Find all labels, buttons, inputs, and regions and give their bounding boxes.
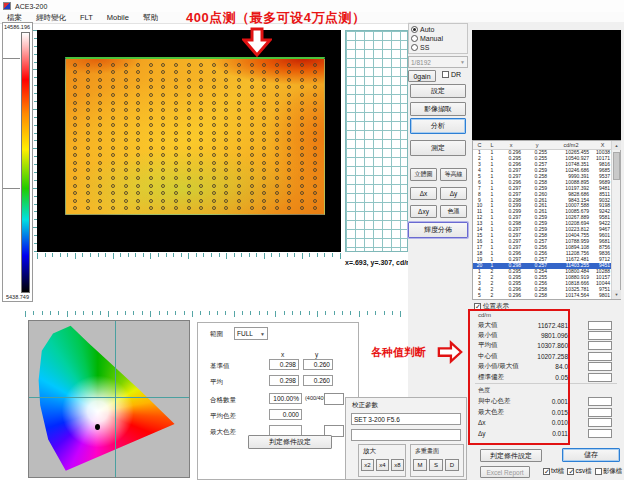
measurement-point xyxy=(161,206,165,210)
measurement-point xyxy=(262,116,266,120)
multi-screen-d-button[interactable]: D xyxy=(445,459,459,471)
menu-item-幫助[interactable]: 幫助 xyxy=(136,13,165,23)
measurement-point xyxy=(287,146,291,150)
tick xyxy=(60,253,61,257)
zero-gain-button[interactable]: 0gain xyxy=(408,70,436,82)
measurement-point xyxy=(212,161,216,165)
judge-condition-button-2[interactable]: 判定條件設定 xyxy=(480,449,542,462)
zoom-x2-button[interactable]: x2 xyxy=(361,459,374,471)
reference-x-field[interactable]: 0.298 xyxy=(269,359,299,370)
mode-radio-manual[interactable]: Manual xyxy=(411,35,465,42)
table-row[interactable]: 520.2960.25810174.5649801 xyxy=(473,293,612,299)
measurement-point xyxy=(287,93,291,97)
checkbox-label: txt檔 xyxy=(551,467,564,476)
shutter-select[interactable]: 1/8192 ▼ xyxy=(408,56,468,68)
contour-button[interactable]: 等高線 xyxy=(440,168,467,181)
settings-button[interactable]: 設定 xyxy=(410,84,466,98)
column-header-L[interactable]: L xyxy=(486,142,498,148)
checkbox-影像檔[interactable]: 影像檔 xyxy=(595,467,623,476)
measurement-point xyxy=(86,146,90,150)
excel-report-button[interactable]: Excel Report xyxy=(480,466,530,478)
measurement-point xyxy=(262,123,266,127)
zoom-x8-button[interactable]: x8 xyxy=(391,459,404,471)
tick xyxy=(271,253,272,257)
column-header-X[interactable]: X xyxy=(592,142,613,148)
measurement-point xyxy=(187,176,191,180)
measurement-point xyxy=(287,116,291,120)
measure-button[interactable]: 測定 xyxy=(410,140,466,156)
measurement-point xyxy=(237,146,241,150)
measurement-point xyxy=(262,206,266,210)
mode-radio-ss[interactable]: SS xyxy=(411,44,465,51)
multi-screen-m-button[interactable]: M xyxy=(413,459,427,471)
reference-label: 基準值 xyxy=(210,362,230,371)
menu-item-Mobile[interactable]: Mobile xyxy=(100,13,136,22)
menu-item-FLT[interactable]: FLT xyxy=(73,13,100,22)
average-y-field[interactable]: 0.260 xyxy=(303,375,333,386)
measurement-point xyxy=(111,123,115,127)
position-display-checkbox[interactable]: 位置表示 xyxy=(474,302,509,311)
color-temp-button[interactable]: 色溫 xyxy=(440,205,467,218)
measurement-point xyxy=(250,123,254,127)
image-capture-button[interactable]: 影像擷取 xyxy=(410,102,466,116)
measurement-point xyxy=(313,131,317,135)
average-x-field[interactable]: 0.298 xyxy=(269,375,299,386)
dr-checkbox[interactable]: DR xyxy=(442,71,461,78)
column-header-y[interactable]: y xyxy=(524,142,550,148)
judge-box xyxy=(588,373,612,382)
measurement-point xyxy=(161,138,165,142)
measurement-point xyxy=(149,168,153,172)
calibration-value-field[interactable]: SET 3-200 F5.6 xyxy=(351,413,461,425)
measurement-point xyxy=(174,116,178,120)
checkbox-csv檔[interactable]: csv檔 xyxy=(567,467,591,476)
delta-xy-button[interactable]: Δxy xyxy=(410,205,437,218)
measurement-point xyxy=(275,123,279,127)
measurement-image-area[interactable] xyxy=(37,30,341,252)
3d-view-button[interactable]: 立體圖 xyxy=(410,168,437,181)
analyze-button[interactable]: 分析 xyxy=(410,118,466,134)
multi-screen-s-button[interactable]: S xyxy=(429,459,443,471)
measurement-point xyxy=(224,131,228,135)
mode-label: Manual xyxy=(420,35,443,42)
mode-radio-auto[interactable]: Auto xyxy=(411,26,465,33)
menu-item-經時變化[interactable]: 經時變化 xyxy=(29,13,73,23)
checkbox-txt檔[interactable]: txt檔 xyxy=(543,467,564,476)
scrollbar-thumb[interactable] xyxy=(613,152,620,180)
grid-paper xyxy=(345,30,408,252)
measurement-point xyxy=(212,138,216,142)
measurement-point xyxy=(250,184,254,188)
measurement-point xyxy=(300,131,304,135)
measurement-point xyxy=(237,131,241,135)
measurement-point xyxy=(98,206,102,210)
tick xyxy=(317,311,318,317)
scroll-up-icon[interactable]: ▲ xyxy=(612,141,621,150)
measurement-point xyxy=(237,70,241,74)
scroll-down-icon[interactable]: ▼ xyxy=(612,290,621,299)
luminance-heatmap[interactable] xyxy=(65,57,325,215)
zoom-x4-button[interactable]: x4 xyxy=(376,459,389,471)
tick xyxy=(83,311,84,315)
judge-condition-button[interactable]: 判定條件設定 xyxy=(248,435,332,449)
cie-chromaticity-panel[interactable] xyxy=(28,320,190,478)
measurement-point xyxy=(98,161,102,165)
stat-label: 標準偏差 xyxy=(478,373,504,382)
measurement-point xyxy=(124,199,128,203)
checkbox-icon xyxy=(543,468,550,475)
table-scrollbar[interactable]: ▲ ▼ xyxy=(611,141,620,299)
tick xyxy=(196,253,197,257)
tick xyxy=(33,311,34,315)
measurement-point xyxy=(187,93,191,97)
range-select[interactable]: FULL ▼ xyxy=(234,327,268,340)
delta-x-button[interactable]: Δx xyxy=(410,187,437,200)
measurement-point xyxy=(237,63,241,67)
reference-y-field[interactable]: 0.260 xyxy=(303,359,333,370)
calibration-extra-field[interactable] xyxy=(351,429,461,441)
luminance-distribution-button[interactable]: 輝度分佈 xyxy=(408,222,468,238)
delta-y-button[interactable]: Δy xyxy=(440,187,467,200)
save-button[interactable]: 儲存 xyxy=(562,448,620,462)
column-header-C[interactable]: C xyxy=(473,142,486,148)
menu-item-檔案[interactable]: 檔案 xyxy=(0,13,29,23)
column-header-cd/m2[interactable]: cd/m2 xyxy=(550,142,592,148)
stat-row: 平均值10307.860 xyxy=(472,341,621,351)
column-header-x[interactable]: x xyxy=(498,142,524,148)
